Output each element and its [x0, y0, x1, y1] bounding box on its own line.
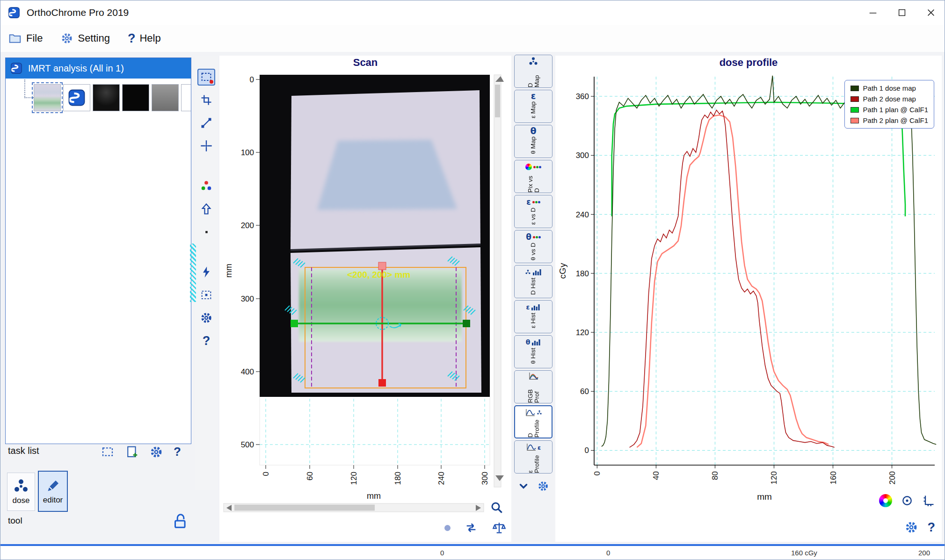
axes-corner-icon[interactable]	[922, 494, 935, 507]
minimize-button[interactable]	[858, 0, 887, 25]
dose-tool-button[interactable]: dose	[7, 473, 35, 511]
svg-text:mm: mm	[367, 491, 381, 501]
crop-tool[interactable]	[197, 92, 215, 108]
scan-horizontal-scrollbar[interactable]	[224, 503, 484, 512]
marquee-dot-tool[interactable]	[197, 287, 215, 303]
theta-hist-icon: θ	[526, 337, 541, 347]
clipped-tick-label: 0	[606, 549, 610, 557]
profile-settings-button[interactable]	[904, 520, 918, 534]
close-button[interactable]	[916, 0, 945, 25]
dose-tool-label: dose	[13, 496, 30, 505]
tab--profile[interactable]: ε ε Profile	[514, 440, 552, 474]
task-settings-button[interactable]	[149, 445, 163, 459]
y-tick-label: 240	[576, 210, 589, 219]
vertical-line-bottom-handle[interactable]	[378, 379, 386, 387]
add-task-button[interactable]	[125, 445, 139, 459]
y-tick-label: 120	[576, 328, 589, 337]
target-icon[interactable]	[901, 494, 914, 507]
thumbnail-gray[interactable]	[152, 84, 179, 111]
tab--hist[interactable]: ε ε Hist	[514, 300, 552, 333]
task-item-selected[interactable]: IMRT analysis (All in 1)	[6, 58, 191, 79]
scan-x-axis: 0 60 120 180 240 300 mm	[262, 465, 489, 501]
legend-swatch	[850, 96, 859, 102]
tab--vs-d[interactable]: θ θ vs D	[514, 230, 552, 263]
menu-setting[interactable]: Setting	[60, 32, 110, 45]
lock-icon[interactable]	[171, 512, 189, 530]
toolbar-help-button[interactable]: ?	[197, 332, 215, 349]
menu-help[interactable]: ? Help	[128, 32, 161, 45]
y-tick-label: 360	[576, 92, 589, 101]
scan-title: Scan	[219, 56, 511, 69]
tab--map[interactable]: ε ε Map	[514, 90, 552, 123]
horizontal-line-right-handle[interactable]	[463, 320, 470, 327]
marquee-select-button[interactable]	[101, 445, 115, 459]
thumbnail-dark-2[interactable]	[122, 84, 149, 111]
rgb-dots-tool[interactable]	[197, 178, 215, 194]
tab--vs-d[interactable]: ε ε vs D	[514, 195, 552, 228]
tab-settings-button[interactable]	[537, 480, 549, 492]
menu-file[interactable]: File	[8, 31, 43, 45]
scan-vertical-scrollbar[interactable]	[494, 75, 504, 487]
task-list-label: task list	[8, 445, 39, 456]
legend-entry: Path 1 dose map	[850, 84, 928, 92]
editor-tool-button[interactable]: editor	[38, 471, 68, 512]
vertical-line-top-handle[interactable]	[378, 262, 386, 270]
clipped-background-window: 0 0 160 cGy 200	[0, 546, 945, 560]
chart-legend: Path 1 dose mapPath 2 dose mapPath 1 pla…	[844, 80, 934, 129]
horizontal-line-left-handle[interactable]	[291, 320, 298, 327]
cycle-button[interactable]	[464, 520, 479, 535]
color-wheel-icon[interactable]	[879, 494, 892, 507]
dose-hist-icon	[525, 267, 542, 277]
crosshair-tool[interactable]	[197, 137, 215, 154]
point-tool[interactable]	[197, 223, 215, 240]
thumbnail-dark-1[interactable]	[93, 84, 120, 111]
tab-d-map[interactable]: D Map	[514, 55, 552, 88]
profile-help-button[interactable]: ?	[928, 521, 936, 534]
up-arrow-tool[interactable]	[197, 201, 215, 217]
tab--map[interactable]: θ θ Map	[514, 125, 552, 158]
profile-title: dose profile	[555, 56, 942, 69]
hatch-splitter[interactable]	[190, 244, 196, 302]
epsilon-vs-dose-icon: ε	[526, 197, 540, 207]
maximize-button[interactable]	[887, 0, 916, 25]
thumbnail-clipped[interactable]	[181, 84, 191, 111]
auto-tool[interactable]	[197, 264, 215, 280]
app-icon	[7, 6, 21, 20]
zoom-magnifier-button[interactable]	[492, 503, 502, 513]
y-tick-label: 300	[576, 151, 589, 160]
toolbar-settings-button[interactable]	[197, 309, 215, 326]
tab--hist[interactable]: θ θ Hist	[514, 335, 552, 368]
line-tool[interactable]	[197, 115, 215, 131]
chevron-down-icon[interactable]	[517, 480, 530, 492]
scan-canvas[interactable]: <200, 200> mm 0 100 200 300 400 500 mm 0…	[219, 70, 511, 516]
tab-rgb-prof[interactable]: RGB Prof	[514, 370, 552, 403]
x-axis-label: mm	[757, 492, 772, 502]
scroll-thumb	[495, 85, 500, 117]
scan-toolbar: ?	[195, 56, 218, 490]
svg-text:240: 240	[437, 472, 446, 485]
tab-d-profile[interactable]: D Profile	[514, 405, 552, 438]
svg-text:180: 180	[393, 472, 402, 485]
tab-d-hist[interactable]: D Hist	[514, 265, 552, 298]
clipped-tick-label: 200	[918, 549, 930, 557]
epsilon-profile-icon: ε	[526, 442, 541, 452]
x-tick-label: 120	[770, 471, 778, 484]
select-rect-tool[interactable]	[197, 69, 215, 86]
theta-map-icon: θ	[530, 127, 536, 136]
y-tick-label: 60	[580, 387, 589, 396]
svg-text:300: 300	[241, 294, 254, 303]
svg-text:400: 400	[241, 367, 254, 376]
task-item-label: IMRT analysis (All in 1)	[28, 63, 124, 74]
thumbnail-film-scan[interactable]	[34, 84, 61, 111]
menu-file-label: File	[26, 32, 43, 44]
dose-profile-panel: dose profile 060120180240300360040801201…	[555, 56, 942, 542]
roi-size-annotation: <200, 200> mm	[347, 270, 410, 280]
task-help-button[interactable]: ?	[174, 445, 181, 459]
gear-icon	[60, 32, 73, 45]
legend-swatch	[850, 118, 859, 123]
tab-pix-vs-d[interactable]: Pix vs D	[514, 160, 552, 193]
epsilon-hist-icon: ε	[526, 302, 541, 312]
film-scan-image	[260, 75, 490, 397]
thumbnail-task-icon[interactable]	[63, 84, 90, 111]
balance-button[interactable]	[492, 520, 507, 535]
